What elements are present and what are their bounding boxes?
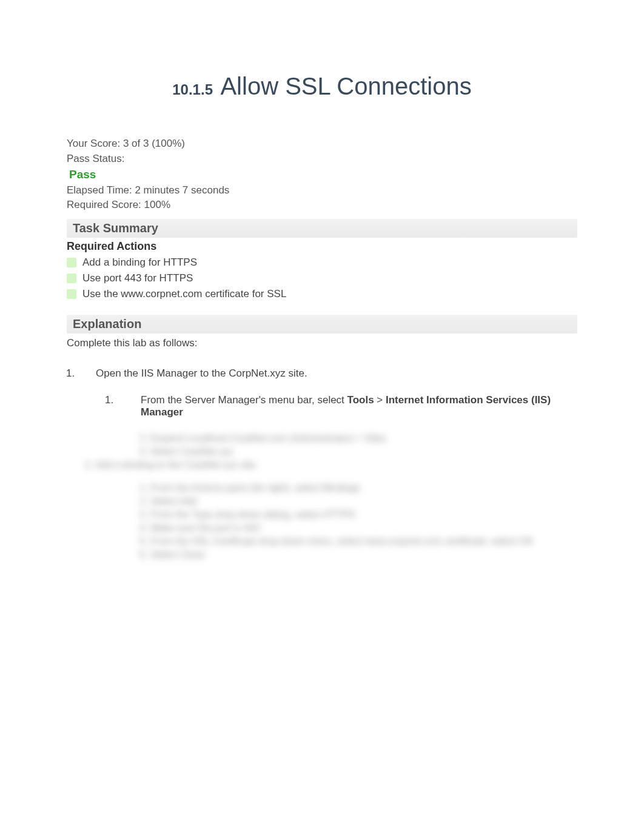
step-1-1-pre: From the Server Manager's menu bar, sele…	[141, 394, 347, 406]
action-item: Use the www.corpnet.com certificate for …	[67, 288, 577, 300]
action-text: Use the www.corpnet.com certificate for …	[82, 288, 286, 300]
check-icon	[67, 289, 76, 299]
title-number: 10.1.5	[172, 81, 213, 98]
check-icon	[67, 273, 76, 283]
blur-line: 2. Expand Localhost.CorpNet.com (Adminis…	[139, 433, 577, 444]
explanation-header: Explanation	[67, 315, 577, 334]
blur-line: 2. Add a binding to the CorpNet.xyz site…	[85, 460, 577, 471]
pass-badge: Pass	[69, 166, 577, 183]
step-1-substeps: From the Server Manager's menu bar, sele…	[96, 394, 577, 418]
blur-line: 5. From the SSL Certificate drop-down me…	[139, 536, 577, 547]
blur-line: 4. Make sure the port is 443	[139, 523, 577, 534]
blur-line: 6. Select Close	[139, 549, 577, 560]
pass-status-label: Pass Status:	[67, 153, 124, 164]
step-1-text: Open the IIS Manager to the CorpNet.xyz …	[96, 367, 307, 379]
step-1-1: From the Server Manager's menu bar, sele…	[116, 394, 577, 418]
action-item: Add a binding for HTTPS	[67, 257, 577, 269]
step-1-1-tools: Tools	[347, 394, 374, 406]
action-text: Add a binding for HTTPS	[82, 257, 197, 269]
action-text: Use port 443 for HTTPS	[82, 272, 193, 284]
explanation-intro: Complete this lab as follows:	[67, 337, 577, 349]
task-summary-header: Task Summary	[67, 219, 577, 238]
title-text: Allow SSL Connections	[220, 73, 471, 99]
step-1: Open the IIS Manager to the CorpNet.xyz …	[78, 367, 577, 418]
blur-line: 3. Select CorpNet.xyz	[139, 446, 577, 457]
action-item: Use port 443 for HTTPS	[67, 272, 577, 284]
lab-report: 10.1.5 Allow SSL Connections Your Score:…	[0, 0, 644, 587]
blur-line: 1. From the Actions pane (far right), se…	[139, 483, 577, 494]
check-icon	[67, 258, 76, 267]
pass-status-row: Pass Status:	[67, 152, 577, 167]
blur-line: 3. From the Type drop-down dialog, selec…	[139, 509, 577, 520]
required-actions-label: Required Actions	[67, 240, 577, 253]
page-title: 10.1.5 Allow SSL Connections	[67, 73, 577, 100]
step-1-1-gt: >	[374, 394, 386, 406]
step-list: Open the IIS Manager to the CorpNet.xyz …	[67, 367, 577, 418]
required-score: Required Score: 100%	[67, 198, 577, 213]
score-block: Your Score: 3 of 3 (100%) Pass Status: P…	[67, 136, 577, 213]
score-line: Your Score: 3 of 3 (100%)	[67, 136, 577, 152]
elapsed-time: Elapsed Time: 2 minutes 7 seconds	[67, 183, 577, 198]
blur-line: 2. Select Add	[139, 496, 577, 507]
blurred-content: 2. Expand Localhost.CorpNet.com (Adminis…	[67, 433, 577, 560]
